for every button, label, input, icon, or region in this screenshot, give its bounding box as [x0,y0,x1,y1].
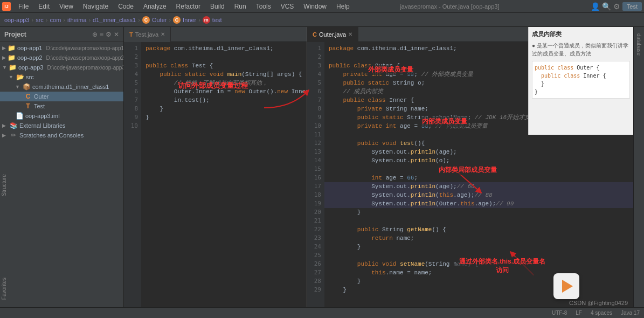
tree-label: External Libraries [19,122,66,129]
line-numbers-right: 1234567891011121314151617181920212223242… [307,42,324,318]
tab-test-label: Test.java [135,31,158,38]
panel-header: Project ⊕ ≡ ⚙ ✕ [0,27,123,42]
tab-close-test[interactable]: ✕ [161,31,165,37]
folder-icon: 📁 [8,54,16,61]
expand-arrow: ▶ [2,133,8,138]
tree-path: D:\code\javasepromax\oop-app3 [47,65,123,71]
right-sidebar: database [633,27,644,318]
panel-icon-settings[interactable]: ⚙ [106,31,112,38]
tree-path: D:\code\javasepromax\oop-app2 [46,55,124,61]
breadcrumb-com[interactable]: com [50,17,61,23]
menu-file[interactable]: File [14,2,33,11]
tree-label: Outer [34,93,49,100]
test-java-icon: T [24,102,32,110]
scratches-icon: ✏ [9,132,18,139]
menu-refactor[interactable]: Refactor [172,2,205,11]
status-bar: UTF-8 LF 4 spaces Java 17 [0,307,644,318]
expand-arrow: ▼ [2,65,7,70]
tree-outer[interactable]: C Outer [0,92,123,101]
menu-view[interactable]: View [55,2,78,11]
tree-test[interactable]: T Test [0,101,123,111]
folder-icon: 📁 [8,44,16,52]
menu-tools[interactable]: Tools [252,2,275,11]
menu-vcs[interactable]: VCS [276,2,299,11]
play-button[interactable] [553,273,579,299]
menu-navigate[interactable]: Navigate [79,2,113,11]
tab-test-java[interactable]: T Test.java ✕ [124,27,171,42]
structure-tab[interactable]: Structure [0,172,8,198]
menu-help[interactable]: Help [332,2,354,11]
favorites-tab[interactable]: Favorites [0,275,8,302]
menu-code[interactable]: Code [114,2,138,11]
tree-label: com.itheima.d1_inner_class1 [32,84,109,90]
tree-label: Test [34,103,45,109]
menu-edit[interactable]: Edit [34,2,54,11]
tree-iml[interactable]: 📄 oop-app3.iml [0,111,123,121]
tree-label: oop-app3.iml [25,113,60,119]
panel-title: Project [4,31,26,38]
breadcrumb-src[interactable]: src [36,17,44,23]
menu-build[interactable]: Build [206,2,229,11]
tree-src[interactable]: ▼ 📂 src [0,72,123,82]
panel-icon-list[interactable]: ≡ [100,31,103,38]
test-button[interactable]: Test [622,2,642,11]
tree-label: oop-app1 [17,45,43,51]
info-code-box: public class Outer { public class Inner … [532,61,630,99]
play-icon [562,280,573,293]
status-java: Java 17 [621,310,640,316]
package-icon: 📦 [22,83,31,91]
tree-oop-app1[interactable]: ▶ 📁 oop-app1 D:\code\javasepromax\oop-ap… [0,43,123,53]
editor-area: T Test.java ✕ 12345678910 package com.it… [124,27,633,318]
tree-oop-app2[interactable]: ▶ 📁 oop-app2 D:\code\javasepromax\oop-ap… [0,53,123,63]
tree-package[interactable]: ▼ 📦 com.itheima.d1_inner_class1 [0,82,123,92]
expand-arrow: ▶ [2,55,6,60]
tree-scratches[interactable]: ▶ ✏ Scratches and Consoles [0,130,123,140]
menu-run[interactable]: Run [230,2,251,11]
breadcrumb: oop-app3 › src › com › itheima › d1_inne… [0,13,644,27]
status-encoding: UTF-8 [552,310,567,316]
ext-libs-icon: 📚 [9,122,18,129]
breadcrumb-oop-app3[interactable]: oop-app3 [4,17,30,23]
test-code-text[interactable]: package com.itheima.d1_inner_class1; pub… [141,42,307,318]
info-panel-title: 成员内部类 [532,30,630,38]
expand-arrow: ▼ [15,84,20,89]
breadcrumb-d1[interactable]: d1_inner_class1 [93,17,136,23]
inner-class-icon: C [173,16,181,24]
project-tree: ▶ 📁 oop-app1 D:\code\javasepromax\oop-ap… [0,42,123,318]
app-logo: IJ [2,2,11,11]
outer-java-icon: C [24,93,32,100]
menu-window[interactable]: Window [299,2,331,11]
panel-icon-close[interactable]: ✕ [114,31,119,38]
tree-label: Scratches and Consoles [19,132,84,139]
status-indent: 4 spaces [591,310,612,316]
src-icon: 📂 [16,73,24,81]
outer-tab-icon: C [313,31,317,38]
menu-analyze[interactable]: Analyze [139,2,171,11]
test-tab-icon: T [129,31,133,38]
tab-outer-label: Outer.java [319,31,346,38]
search-icon[interactable]: 🔍 [602,2,611,11]
settings-icon[interactable]: ⚙ [613,2,620,11]
breadcrumb-outer[interactable]: Outer [152,17,167,23]
csdn-watermark: CSDN @Fighting0429 [569,300,628,306]
right-tab-database[interactable]: database [635,31,643,58]
tree-label: src [26,74,34,80]
tab-outer-java[interactable]: C Outer.java ✕ [307,27,358,42]
expand-arrow: ▶ [2,45,6,51]
folder-icon: 📁 [9,64,17,71]
menu-bar: IJ File Edit View Navigate Code Analyze … [0,0,644,13]
panel-icon-add[interactable]: ⊕ [92,31,98,38]
project-panel: Project ⊕ ≡ ⚙ ✕ ▶ 📁 oop-app1 D:\code\jav… [0,27,124,318]
info-bullet-1: ● 是某一个普通成员，类似前面我们讲学过的成员变量、成员方法 [532,42,630,58]
status-line-sep: LF [576,310,582,316]
breadcrumb-test[interactable]: test [212,17,222,23]
user-icon[interactable]: 👤 [591,2,600,11]
tree-label: oop-app3 [18,64,44,71]
breadcrumb-inner[interactable]: Inner [183,17,196,23]
expand-arrow: ▶ [2,123,8,128]
tree-ext-libs[interactable]: ▶ 📚 External Libraries [0,121,123,130]
tab-close-outer[interactable]: ✕ [348,31,352,37]
iml-icon: 📄 [15,112,24,120]
breadcrumb-itheima[interactable]: itheima [67,17,86,23]
tree-oop-app3[interactable]: ▼ 📁 oop-app3 D:\code\javasepromax\oop-ap… [0,63,123,72]
